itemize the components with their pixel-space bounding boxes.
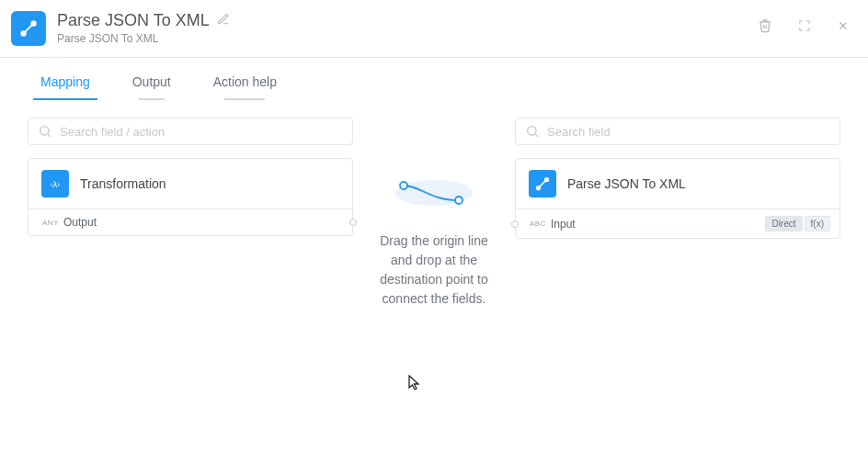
svg-point-5 <box>40 127 49 135</box>
source-port[interactable] <box>349 219 357 226</box>
source-field-row[interactable]: ANY Output <box>29 209 352 235</box>
source-column: ‹λ› Transformation ANY Output <box>28 118 353 309</box>
page-title: Parse JSON To XML <box>57 11 210 30</box>
header-actions <box>758 11 850 37</box>
target-search-input[interactable] <box>547 125 830 139</box>
search-icon <box>525 124 540 139</box>
search-icon <box>38 124 52 139</box>
center-column: Drag the origin line and drop at the des… <box>353 118 515 309</box>
close-icon[interactable] <box>837 19 850 36</box>
svg-point-9 <box>400 182 407 189</box>
tab-mapping[interactable]: Mapping <box>39 71 92 95</box>
main: ‹λ› Transformation ANY Output Drag the o… <box>0 96 868 309</box>
app-icon <box>11 11 46 46</box>
source-search-input[interactable] <box>60 125 343 139</box>
target-search[interactable] <box>515 118 840 145</box>
target-card-header: Parse JSON To XML <box>516 159 839 209</box>
expand-icon[interactable] <box>798 19 811 36</box>
svg-line-15 <box>540 181 546 187</box>
svg-point-11 <box>528 127 536 135</box>
svg-line-12 <box>535 134 538 137</box>
trash-icon[interactable] <box>758 18 772 37</box>
target-card-title: Parse JSON To XML <box>567 176 686 191</box>
target-field-row[interactable]: ABC Input Direct f(x) <box>516 209 839 238</box>
header-left: Parse JSON To XML Parse JSON To XML <box>11 11 758 46</box>
target-column: Parse JSON To XML ABC Input Direct f(x) <box>515 118 840 309</box>
hint-diagram <box>393 173 475 209</box>
svg-line-2 <box>25 25 32 32</box>
cursor-icon <box>408 375 423 395</box>
svg-line-6 <box>48 134 51 137</box>
tab-output[interactable]: Output <box>131 71 173 95</box>
source-search[interactable] <box>28 118 353 145</box>
edit-icon[interactable] <box>217 13 230 29</box>
lambda-icon: ‹λ› <box>41 170 69 198</box>
target-field-name: Input <box>551 218 765 231</box>
source-field-type: ANY <box>38 219 63 227</box>
field-mode-buttons: Direct f(x) <box>765 216 830 231</box>
source-field-name: Output <box>63 216 343 229</box>
tab-action-help[interactable]: Action help <box>211 71 279 95</box>
target-card: Parse JSON To XML ABC Input Direct f(x) <box>515 158 840 239</box>
direct-button[interactable]: Direct <box>765 216 802 231</box>
target-port[interactable] <box>511 220 519 228</box>
hint-text: Drag the origin line and drop at the des… <box>379 231 489 309</box>
target-field-type: ABC <box>525 220 551 228</box>
header: Parse JSON To XML Parse JSON To XML <box>0 0 868 58</box>
svg-text:‹λ›: ‹λ› <box>51 180 61 189</box>
page-subtitle: Parse JSON To XML <box>57 32 230 45</box>
source-card: ‹λ› Transformation ANY Output <box>28 158 353 236</box>
title-row: Parse JSON To XML <box>57 11 230 30</box>
title-block: Parse JSON To XML Parse JSON To XML <box>57 11 230 45</box>
connector-icon <box>529 170 556 198</box>
tabs: Mapping Output Action help <box>0 71 868 96</box>
svg-point-10 <box>455 197 463 204</box>
fx-button[interactable]: f(x) <box>805 216 830 231</box>
source-card-title: Transformation <box>80 176 166 191</box>
source-card-header: ‹λ› Transformation <box>29 159 352 209</box>
